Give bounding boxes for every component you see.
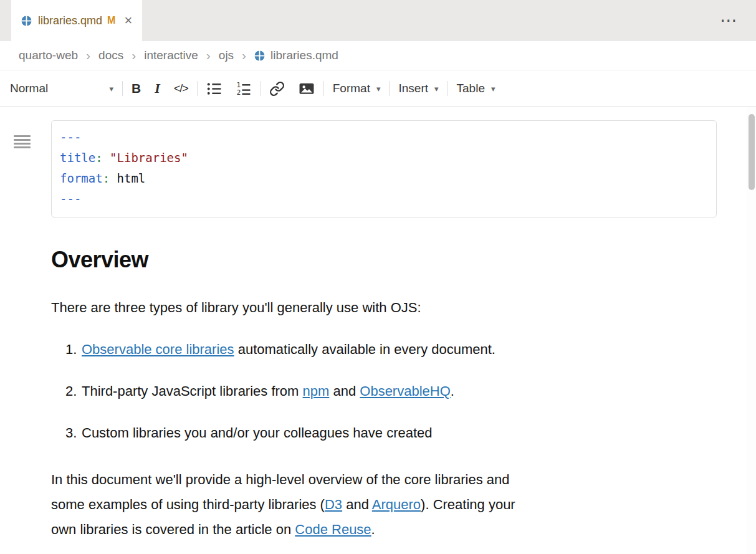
breadcrumb-separator: ›: [132, 48, 136, 63]
closing-paragraph-line: some examples of using third-party libra…: [51, 492, 681, 517]
breadcrumb: quarto-web › docs › interactive › ojs › …: [0, 41, 756, 70]
breadcrumb-quarto-web[interactable]: quarto-web: [19, 49, 78, 62]
text-run: In this document we'll provide a high-le…: [51, 472, 509, 487]
editor-canvas[interactable]: --- title: "Libraries" format: html --- …: [0, 120, 756, 554]
chevron-down-icon: ▾: [434, 84, 439, 93]
italic-button[interactable]: I: [155, 80, 160, 97]
chevron-down-icon: ▾: [376, 84, 381, 93]
breadcrumb-separator: ›: [86, 48, 90, 63]
list-item-text: Custom libraries you and/or your colleag…: [82, 424, 433, 442]
text-run: own libraries is covered in the article …: [51, 522, 295, 537]
link-icon: [269, 81, 285, 97]
text-run: and: [329, 383, 360, 399]
block-drag-handle-icon[interactable]: [14, 135, 31, 150]
insert-menu-label: Insert: [398, 82, 428, 95]
toolbar-separator: [260, 81, 261, 96]
text-run: and: [342, 497, 372, 512]
quarto-file-icon: [21, 16, 32, 26]
tab-libraries-qmd[interactable]: libraries.qmd M ×: [11, 0, 142, 41]
chevron-down-icon: ▾: [109, 84, 113, 93]
breadcrumb-docs[interactable]: docs: [98, 49, 123, 62]
git-modified-badge: M: [107, 15, 115, 26]
tab-title: libraries.qmd: [38, 14, 102, 27]
toolbar-separator: [389, 81, 390, 96]
svg-text:2: 2: [236, 88, 241, 97]
yaml-colon: :: [103, 171, 110, 185]
numbered-list-button[interactable]: 1 2: [236, 81, 251, 97]
text-run: automatically available in every documen…: [234, 341, 495, 357]
breadcrumb-interactive[interactable]: interactive: [144, 49, 198, 62]
chevron-down-icon: ▾: [491, 84, 495, 93]
list-item: 1. Observable core libraries automatical…: [51, 340, 717, 359]
paragraph-style-value: Normal: [10, 82, 48, 95]
library-types-list: 1. Observable core libraries automatical…: [51, 340, 717, 442]
inline-link[interactable]: npm: [303, 383, 330, 399]
list-item-number: 3.: [51, 424, 82, 442]
breadcrumb-ojs[interactable]: ojs: [219, 49, 234, 62]
bullet-list-button[interactable]: [206, 81, 222, 97]
scrollbar-track[interactable]: [747, 107, 756, 554]
inline-link[interactable]: ObservableHQ: [360, 383, 451, 399]
yaml-colon: :: [95, 151, 102, 165]
text-run: ). Creating your: [421, 497, 515, 512]
tab-strip: libraries.qmd M × ⋯: [0, 0, 756, 41]
closing-paragraph: In this document we'll provide a high-le…: [51, 467, 681, 542]
yaml-fence-top: ---: [60, 127, 708, 148]
list-item-text: Third-party JavaScript libraries from np…: [82, 382, 454, 401]
yaml-front-matter-block[interactable]: --- title: "Libraries" format: html ---: [51, 120, 717, 217]
overview-heading: Overview: [51, 247, 717, 272]
format-menu-label: Format: [333, 82, 370, 95]
table-menu-label: Table: [457, 82, 485, 95]
svg-text:1: 1: [236, 81, 241, 89]
inline-link[interactable]: Arquero: [372, 497, 421, 512]
yaml-format-line: format: html: [60, 168, 708, 189]
more-options-icon[interactable]: ⋯: [720, 12, 739, 29]
breadcrumb-file[interactable]: libraries.qmd: [254, 49, 338, 62]
format-menu[interactable]: Format ▾: [333, 82, 381, 95]
paragraph-style-select[interactable]: Normal ▾: [9, 82, 113, 95]
breadcrumb-separator: ›: [242, 48, 246, 63]
breadcrumb-separator: ›: [206, 48, 211, 63]
code-button[interactable]: </>: [174, 82, 188, 95]
scrollbar-thumb[interactable]: [749, 114, 755, 190]
insert-image-button[interactable]: [299, 81, 315, 97]
bullet-list-icon: [206, 81, 222, 97]
closing-paragraph-line: own libraries is covered in the article …: [51, 517, 681, 542]
formatting-toolbar: Normal ▾ B I </> 1 2: [0, 70, 756, 107]
yaml-plain-value: html: [117, 171, 146, 185]
text-run: .: [451, 383, 454, 399]
image-icon: [299, 81, 315, 97]
insert-menu[interactable]: Insert ▾: [398, 82, 438, 95]
list-item-number: 2.: [51, 382, 82, 401]
list-item: 3. Custom libraries you and/or your coll…: [51, 424, 717, 442]
yaml-key: title: [60, 151, 95, 165]
text-run: Third-party JavaScript libraries from: [82, 383, 303, 399]
toolbar-separator: [122, 81, 123, 96]
numbered-list-icon: 1 2: [236, 81, 251, 97]
yaml-title-line: title: "Libraries": [60, 148, 708, 168]
list-item-text: Observable core libraries automatically …: [82, 340, 495, 359]
inline-link[interactable]: D3: [325, 497, 342, 512]
intro-paragraph: There are three types of library you'll …: [51, 298, 717, 317]
close-tab-icon[interactable]: ×: [124, 14, 132, 27]
bold-button[interactable]: B: [132, 81, 141, 96]
toolbar-separator: [197, 81, 198, 96]
inline-link[interactable]: Code Reuse: [295, 522, 371, 537]
list-item: 2. Third-party JavaScript libraries from…: [51, 382, 717, 401]
toolbar-separator: [447, 81, 448, 96]
toolbar-separator: [323, 81, 324, 96]
text-run: .: [371, 522, 375, 537]
list-item-number: 1.: [51, 340, 82, 359]
text-run: some examples of using third-party libra…: [51, 497, 325, 512]
quarto-file-icon: [254, 50, 265, 61]
inline-link[interactable]: Observable core libraries: [82, 341, 234, 357]
text-run: Custom libraries you and/or your colleag…: [82, 425, 433, 441]
breadcrumb-file-label: libraries.qmd: [270, 49, 338, 62]
closing-paragraph-line: In this document we'll provide a high-le…: [51, 467, 681, 492]
yaml-string-value: "Libraries": [110, 151, 188, 165]
yaml-fence-bottom: ---: [60, 189, 708, 209]
table-menu[interactable]: Table ▾: [457, 82, 495, 95]
insert-link-button[interactable]: [269, 81, 285, 97]
yaml-key: format: [60, 171, 103, 185]
